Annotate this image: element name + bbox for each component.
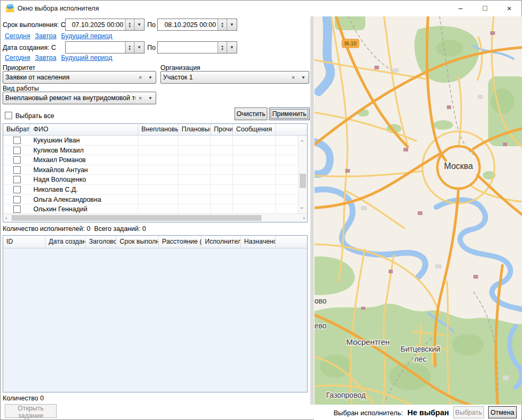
column-header-distance[interactable]: Расстояние (м.) [159,236,202,248]
column-header-messages[interactable]: Сообщения [233,124,276,135]
link-tomorrow[interactable]: Завтра [35,54,57,61]
creation-date-from-picker[interactable]: ▲▼ ▼ [65,41,145,53]
chevron-down-icon[interactable]: ▼ [298,75,309,80]
due-from-spinner[interactable]: ▲▼ [125,19,134,30]
dialog-window: Окно выбора исполнителя – □ × Срок выпол… [0,0,522,420]
row-checkbox[interactable] [13,176,21,183]
executor-name: Михаил Романов [30,155,138,165]
chevron-down-icon[interactable]: ▼ [145,96,156,101]
priority-combobox[interactable]: Заявки от населения × ▼ [3,71,156,84]
column-header-unplanned[interactable]: Внеплановые [138,124,178,135]
due-date-from-picker[interactable]: 07.10.2025 00:00 ▲▼ ▼ [65,19,145,31]
scroll-up-icon[interactable]: › [299,140,305,142]
creation-to-spinner[interactable]: ▲▼ [218,42,227,53]
title-bar[interactable]: Окно выбора исполнителя – □ × [1,1,521,16]
scroll-right-icon[interactable]: › [303,215,305,221]
due-date-quick-links: Сегодня Завтра Будущий период [5,32,112,40]
creation-from-spinner[interactable]: ▲▼ [125,42,134,53]
horizontal-scroll-thumb[interactable] [12,215,262,221]
horizontal-scrollbar[interactable]: › › [3,213,307,222]
work-type-combobox[interactable]: Внеплановый ремонт на внутридомовой тер … [3,92,156,104]
row-checkbox[interactable] [13,166,21,174]
table-row[interactable]: Кукушкин Иван [3,136,298,146]
clear-filters-button[interactable]: Очистить [235,108,267,120]
table-row[interactable]: Надя Волощенко [3,175,298,185]
column-header-executor[interactable]: Исполнитель [202,236,241,248]
column-header-id[interactable]: ID [3,236,46,248]
close-button[interactable]: × [497,1,521,16]
window-title: Окно выбора исполнителя [17,5,99,12]
clear-icon[interactable]: × [136,74,145,81]
minimize-button[interactable]: – [448,1,473,16]
column-header-planned[interactable]: Плановые [178,124,211,135]
clear-icon[interactable]: × [136,95,145,101]
apply-filters-button[interactable]: Применить [269,108,310,120]
forest-label-line2: лес [415,355,427,363]
chevron-down-icon[interactable]: ▼ [145,75,156,80]
map[interactable]: М-10 Москва Мосрентген Битцевский лес Га… [314,16,522,405]
column-header-title[interactable]: Заголовок [86,236,116,248]
executor-name: Михайлов Антуан [30,165,138,175]
due-date-to-value[interactable]: 08.10.2025 00:00 [158,19,218,30]
column-header-filler [276,124,307,135]
due-date-to-picker[interactable]: 08.10.2025 00:00 ▲▼ ▼ [157,19,237,31]
select-button[interactable]: Выбрать [453,406,484,418]
column-header-created[interactable]: Дата создания [46,236,86,248]
creation-date-to-picker[interactable]: ▲▼ ▼ [157,41,237,53]
row-checkbox[interactable] [13,186,21,193]
creation-date-from-value[interactable] [66,42,125,53]
organization-combobox[interactable]: Участок 1 × ▼ [160,71,309,84]
executor-name: Кукушкин Иван [30,136,138,145]
district-label: Мосрентген [346,337,390,346]
tasks-total: 0 [142,225,146,233]
table-row[interactable]: Николаев С.Д. [3,185,298,195]
maximize-button[interactable]: □ [473,1,497,16]
link-future-period[interactable]: Будущий период [61,54,112,61]
table-row[interactable]: Куликов Михаил [3,146,298,156]
due-date-from-value[interactable]: 07.10.2025 00:00 [66,19,125,30]
link-today[interactable]: Сегодня [5,54,30,61]
row-checkbox[interactable] [13,156,21,164]
priority-value: Заявки от населения [3,74,136,81]
link-tomorrow[interactable]: Завтра [35,32,57,40]
map-canvas[interactable]: М-10 Москва Мосрентген Битцевский лес Га… [314,16,522,405]
clear-icon[interactable]: × [289,74,298,81]
scroll-left-icon[interactable]: › [5,215,7,221]
splitter[interactable] [310,16,314,405]
creation-from-calendar-dropdown-icon[interactable]: ▼ [134,42,144,53]
tasks-table: ID Дата создания Заголовок Срок выполне … [3,235,308,392]
column-header-due[interactable]: Срок выполне [116,236,159,248]
cancel-button[interactable]: Отмена [488,406,517,418]
table-row[interactable]: Михайлов Антуан [3,165,298,175]
vertical-scroll-thumb[interactable] [300,174,306,188]
vertical-scrollbar[interactable]: › › [298,136,307,213]
table-row[interactable]: Ольхин Геннадий [3,204,298,213]
tasks-count-label: Количество [3,395,38,402]
column-header-other[interactable]: Прочие [211,124,233,135]
selected-executor-label: Выбран исполнитель: [334,409,403,417]
due-to-spinner[interactable]: ▲▼ [218,19,227,30]
link-today[interactable]: Сегодня [5,32,30,40]
spin-down-icon: ▼ [128,48,131,51]
column-header-name[interactable]: ФИО [30,124,138,135]
tasks-summary: Количество 0 [3,395,44,402]
organization-label: Организация [160,64,200,72]
row-checkbox[interactable] [13,137,21,144]
table-row[interactable]: Михаил Романов [3,155,298,165]
row-checkbox[interactable] [13,205,21,213]
executors-table-header: Выбрать ФИО Внеплановые Плановые Прочие … [3,124,307,136]
table-row[interactable]: Ольга Александровна [3,195,298,205]
due-from-calendar-dropdown-icon[interactable]: ▼ [134,19,144,30]
row-checkbox[interactable] [13,147,21,154]
due-to-calendar-dropdown-icon[interactable]: ▼ [227,19,237,30]
row-checkbox[interactable] [13,196,21,203]
select-all-checkbox[interactable] [5,112,12,119]
creation-to-calendar-dropdown-icon[interactable]: ▼ [227,42,237,53]
road-badge-m10: М-10 [342,39,359,48]
link-future-period[interactable]: Будущий период [61,32,112,40]
open-task-button[interactable]: Открыть задание [5,404,57,418]
creation-date-to-value[interactable] [158,42,218,53]
column-header-assigned[interactable]: Назначено [241,236,276,248]
scroll-down-icon[interactable]: › [299,207,305,209]
column-header-select[interactable]: Выбрать [3,124,30,135]
